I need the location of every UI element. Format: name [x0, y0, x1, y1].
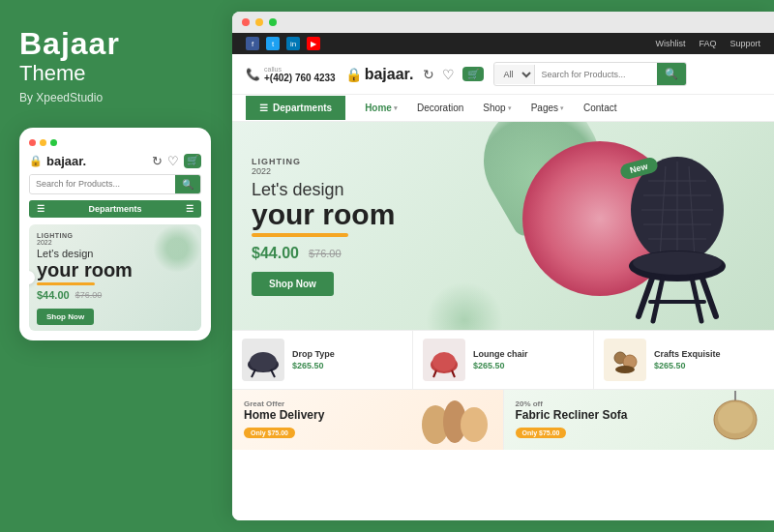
refresh-icon[interactable]: ↻ [423, 67, 434, 82]
nav-home-link[interactable]: Home▾ [355, 95, 407, 121]
hero-price-old: $76.00 [309, 248, 342, 259]
mobile-banner-underline [37, 282, 95, 285]
mobile-header: 🔒 bajaar. ↻ ♡ 🛒 [29, 154, 201, 168]
hero-year: 2022 [252, 166, 395, 176]
mobile-price-old: $76.00 [75, 290, 103, 300]
product-image-3 [604, 339, 646, 381]
product-info-2: Lounge chair $265.50 [473, 349, 583, 370]
svg-line-13 [653, 278, 663, 321]
svg-point-26 [615, 366, 635, 373]
product-image-2 [423, 339, 465, 381]
hero-heading2: your room [252, 200, 395, 229]
nav-links-group: Home▾ Decoration Shop▾ Pages▾ Contact [355, 95, 760, 121]
topbar-wishlist-link[interactable]: Wishlist [655, 39, 685, 48]
mobile-lock-icon: 🔒 [29, 155, 43, 167]
logo-text: bajaar. [365, 66, 414, 83]
header-search-input[interactable] [535, 66, 657, 83]
svg-point-21 [432, 352, 456, 371]
mobile-departments-bar[interactable]: ☰ Departments ☰ [29, 200, 201, 218]
hero-shop-button[interactable]: Shop Now [252, 272, 334, 296]
mobile-search-input[interactable] [30, 175, 175, 192]
mobile-dot-green [50, 139, 57, 146]
nav-shop-link[interactable]: Shop▾ [473, 95, 521, 121]
youtube-icon[interactable]: ▶ [307, 37, 320, 50]
wishlist-icon[interactable]: ♡ [442, 67, 455, 82]
mobile-logo-text: bajaar. [46, 154, 86, 168]
promo-card-2[interactable]: 20% off Fabric Recliner Sofa Only $75.00 [504, 390, 775, 450]
phone-label: callus [264, 66, 336, 73]
site-topbar: f t in ▶ Wishlist FAQ Support [232, 33, 774, 54]
browser-window: f t in ▶ Wishlist FAQ Support 📞 callus +… [232, 12, 774, 520]
product-card-2[interactable]: Lounge chair $265.50 [413, 331, 594, 389]
promo-image-1 [406, 390, 503, 450]
facebook-icon[interactable]: f [246, 37, 259, 50]
product-info-3: Crafts Exquisite $265.50 [654, 349, 764, 370]
search-category-select[interactable]: All [494, 65, 535, 84]
social-icons-group: f t in ▶ [246, 37, 320, 50]
product-card-1[interactable]: Drop Type $265.50 [232, 331, 413, 389]
mobile-wishlist-icon[interactable]: ♡ [167, 154, 179, 168]
hero-price-row: $44.00 $76.00 [252, 245, 395, 262]
nav-contact-link[interactable]: Contact [574, 95, 626, 121]
topbar-links-group: Wishlist FAQ Support [655, 39, 760, 48]
dept-hamburger-icon: ☰ [259, 103, 268, 113]
promo-row: Great Offer Home Delivery Only $75.00 20… [232, 389, 774, 450]
departments-button[interactable]: ☰ Departments [246, 96, 345, 120]
mobile-mockup: 🔒 bajaar. ↻ ♡ 🛒 🔍 ☰ Departments ☰ LIGHTI… [19, 128, 211, 340]
hero-text-area: LIGHTING 2022 Let's design your room $44… [232, 137, 414, 315]
mobile-cart-icon[interactable]: 🛒 [184, 154, 201, 168]
logo-lock-icon: 🔒 [345, 67, 362, 82]
linkedin-icon[interactable]: in [286, 37, 300, 50]
hero-underline [252, 233, 348, 237]
cart-icon[interactable]: 🛒 [462, 67, 484, 81]
brand-title: Bajaar [19, 27, 213, 61]
product-cards-row: Drop Type $265.50 Lounge chair $265.50 [232, 330, 774, 389]
site-header: 📞 callus +(402) 760 4233 🔒 bajaar. ↻ ♡ 🛒… [232, 54, 774, 95]
mobile-departments-label: Departments [88, 204, 141, 214]
svg-point-29 [461, 407, 488, 442]
mobile-nav-arrow[interactable]: ‹ [29, 271, 35, 284]
mobile-dot-yellow [40, 139, 46, 146]
nav-pages-link[interactable]: Pages▾ [521, 95, 574, 121]
hero-heading1: Let's design [252, 180, 395, 200]
header-search-area: All 🔍 [493, 62, 687, 86]
browser-dot-red [242, 18, 250, 26]
product-name-1: Drop Type [292, 349, 402, 359]
header-search-button[interactable]: 🔍 [657, 63, 686, 85]
svg-line-22 [433, 370, 436, 377]
mobile-search-button[interactable]: 🔍 [175, 175, 200, 193]
mobile-banner: LIGHTING 2022 Let's design your room $44… [29, 224, 201, 331]
nav-decoration-link[interactable]: Decoration [407, 95, 473, 121]
product-card-3[interactable]: Crafts Exquisite $265.50 [594, 331, 774, 389]
hero-banner: New LIGHTING 2022 Let's design your room… [232, 122, 774, 330]
mobile-price-row: $44.00 $76.00 [37, 289, 194, 301]
promo-card-1[interactable]: Great Offer Home Delivery Only $75.00 [232, 390, 504, 450]
mobile-price-main: $44.00 [37, 289, 70, 301]
brand-subtitle: Theme [19, 61, 213, 86]
mobile-banner-decoration [153, 224, 201, 273]
header-icon-group: ↻ ♡ 🛒 [423, 67, 484, 82]
svg-line-14 [692, 278, 701, 321]
topbar-faq-link[interactable]: FAQ [699, 39, 716, 48]
departments-label: Departments [273, 103, 332, 113]
topbar-support-link[interactable]: Support [729, 39, 760, 48]
svg-point-32 [718, 402, 753, 433]
mobile-logo: 🔒 bajaar. [29, 154, 86, 168]
mobile-search-bar: 🔍 [29, 174, 201, 194]
site-logo: 🔒 bajaar. [345, 66, 414, 83]
mobile-shop-button[interactable]: Shop Now [37, 309, 94, 325]
phone-number: +(402) 760 4233 [264, 73, 336, 83]
browser-chrome [232, 12, 774, 33]
mobile-refresh-icon[interactable]: ↻ [152, 154, 163, 168]
browser-dot-yellow [255, 18, 263, 26]
promo-image-2 [677, 390, 774, 450]
browser-dot-green [269, 18, 277, 26]
product-name-3: Crafts Exquisite [654, 349, 764, 359]
promo-badge-2: Only $75.00 [516, 428, 567, 438]
browser-content: f t in ▶ Wishlist FAQ Support 📞 callus +… [232, 33, 774, 520]
twitter-icon[interactable]: t [266, 37, 280, 50]
mobile-dot-red [29, 139, 36, 146]
product-price-3: $265.50 [654, 361, 764, 370]
phone-area: 📞 callus +(402) 760 4233 [246, 66, 336, 83]
hamburger-icon: ☰ [37, 204, 45, 214]
